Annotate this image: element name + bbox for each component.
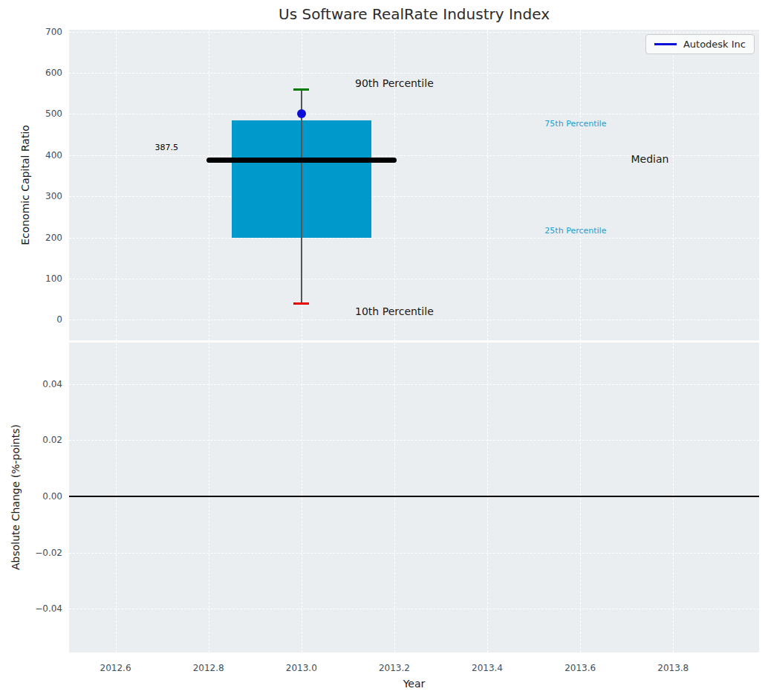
bottom-y-axis-label: Absolute Change (%-points) xyxy=(10,424,22,570)
x-tick-label: 2013.4 xyxy=(472,663,503,673)
annotation: 387.5 xyxy=(155,142,179,152)
v-gridline xyxy=(580,343,581,652)
x-axis-label: Year xyxy=(69,678,759,690)
v-gridline xyxy=(209,30,209,340)
y-tick-label: 500 xyxy=(45,108,62,119)
h-gridline xyxy=(69,114,759,114)
x-tick-label: 2013.0 xyxy=(286,663,317,673)
v-gridline xyxy=(394,343,395,652)
legend: Autodesk Inc xyxy=(645,34,755,54)
v-gridline xyxy=(673,343,674,652)
whisker-cap-10th xyxy=(293,302,309,305)
v-gridline xyxy=(116,343,117,652)
h-gridline xyxy=(69,553,759,554)
h-gridline xyxy=(69,279,759,279)
annotation: 25th Percentile xyxy=(544,226,606,236)
legend-line-icon xyxy=(654,43,677,45)
v-gridline xyxy=(673,30,674,340)
y-tick-label: 0.02 xyxy=(42,435,62,445)
chart-title: Us Software RealRate Industry Index xyxy=(69,5,759,23)
y-tick-label: −0.04 xyxy=(35,603,62,614)
y-tick-label: 200 xyxy=(45,233,62,243)
top-y-axis-label: Economic Capital Ratio xyxy=(19,125,31,245)
annotation: 75th Percentile xyxy=(544,119,606,129)
data-point-autodesk-inc xyxy=(297,109,306,118)
x-tick-label: 2013.8 xyxy=(657,663,689,673)
x-tick-label: 2013.2 xyxy=(379,663,410,673)
x-tick-label: 2012.6 xyxy=(100,663,131,673)
v-gridline xyxy=(487,343,488,652)
zero-line xyxy=(69,496,759,497)
whisker-line xyxy=(301,89,302,303)
v-gridline xyxy=(209,343,209,652)
x-tick-label: 2012.8 xyxy=(193,663,224,673)
annotation: 90th Percentile xyxy=(355,77,434,89)
y-tick-label: 700 xyxy=(45,27,62,37)
y-tick-label: −0.02 xyxy=(35,548,62,558)
h-gridline xyxy=(69,32,759,33)
x-tick-label: 2013.6 xyxy=(564,663,596,673)
h-gridline xyxy=(69,320,759,320)
y-tick-label: 400 xyxy=(45,150,62,161)
h-gridline xyxy=(69,73,759,74)
annotation: 10th Percentile xyxy=(355,305,434,317)
y-tick-label: 100 xyxy=(45,273,62,284)
y-tick-label: 0.00 xyxy=(42,491,62,502)
median-line xyxy=(206,158,397,163)
annotation: Median xyxy=(631,153,669,165)
h-gridline xyxy=(69,384,759,385)
y-tick-label: 0.04 xyxy=(42,379,62,389)
y-tick-label: 300 xyxy=(45,191,62,201)
y-tick-label: 600 xyxy=(45,68,62,78)
legend-label: Autodesk Inc xyxy=(683,39,746,50)
v-gridline xyxy=(302,343,302,652)
bottom-axes-absolute-change: 0.040.020.00−0.02−0.042012.62012.82013.0… xyxy=(69,343,759,652)
v-gridline xyxy=(487,30,488,340)
h-gridline xyxy=(69,238,759,239)
h-gridline xyxy=(69,440,759,441)
v-gridline xyxy=(116,30,117,340)
top-axes-economic-capital-ratio: Autodesk Inc 0100200300400500600700387.5… xyxy=(69,30,759,340)
v-gridline xyxy=(394,30,395,340)
whisker-cap-90th xyxy=(293,88,309,91)
h-gridline xyxy=(69,609,759,609)
figure: Us Software RealRate Industry Index Auto… xyxy=(0,0,768,700)
y-tick-label: 0 xyxy=(56,314,62,325)
v-gridline xyxy=(580,30,581,340)
h-gridline xyxy=(69,196,759,197)
